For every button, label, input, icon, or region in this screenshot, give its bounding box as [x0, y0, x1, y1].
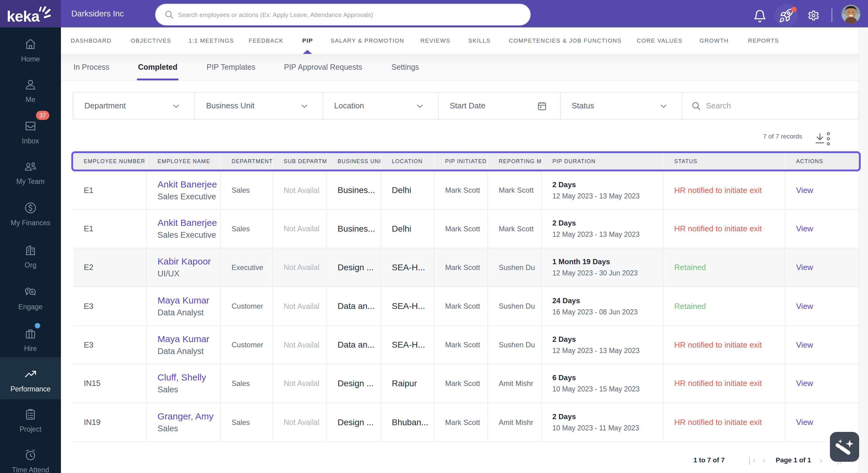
svg-text:keka: keka: [7, 8, 40, 25]
